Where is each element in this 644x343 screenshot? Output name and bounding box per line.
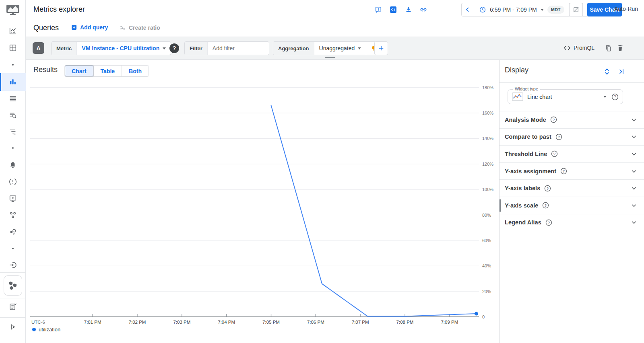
collapse-up-icon[interactable] [642, 24, 644, 32]
caret-down-icon [541, 9, 544, 11]
time-back-button[interactable] [462, 3, 474, 16]
release-notes-icon[interactable] [8, 302, 17, 311]
chart-visibility-off-button[interactable] [569, 3, 583, 16]
delete-icon[interactable] [616, 44, 624, 52]
auto-run-label: Auto-Run [614, 6, 638, 12]
drag-handle[interactable] [325, 57, 335, 58]
services-icon[interactable] [8, 211, 17, 220]
svg-text:?: ? [614, 94, 616, 99]
y-tick-label: 160% [482, 111, 493, 115]
expand-rail-icon[interactable] [8, 322, 17, 331]
time-range-dropdown[interactable]: 6:59 PM - 7:09 PM MDT [474, 3, 569, 16]
svg-text:?: ? [553, 152, 555, 156]
filter-label: Filter [185, 42, 208, 55]
y-tick-label: 40% [482, 263, 491, 268]
sidebar-dot-item[interactable] [12, 64, 14, 66]
display-section-legend-alias[interactable]: Legend Alias? [500, 214, 644, 232]
help-icon: ? [550, 116, 557, 123]
download-icon[interactable] [405, 6, 413, 14]
copy-icon[interactable] [605, 44, 613, 52]
help-icon: ? [560, 168, 567, 175]
metric-selector[interactable]: Metric VM Instance - CPU utilization [51, 41, 171, 55]
log-search-icon[interactable] [8, 111, 17, 120]
display-section-analysis-mode[interactable]: Analysis Mode? [500, 111, 644, 129]
help-icon[interactable]: ? [611, 93, 619, 101]
legend-swatch [32, 328, 36, 331]
svg-text:?: ? [547, 186, 549, 190]
svg-text:?: ? [548, 220, 550, 225]
display-section-y-axis-labels[interactable]: Y-axis labels? [500, 180, 644, 197]
line-chart[interactable]: 180%160%140%120%100%80%60%40%20%07:01 PM… [26, 60, 499, 343]
sidebar-dot-item[interactable] [12, 147, 14, 149]
display-section-threshold-line[interactable]: Threshold Line? [500, 146, 644, 163]
caret-down-icon [603, 96, 607, 98]
app: { "header": { "title": "Metrics explorer… [0, 0, 644, 343]
monitoring-logo[interactable] [0, 0, 26, 19]
query-letter-badge[interactable]: A [33, 42, 44, 54]
x-tick-label: 7:02 PM [129, 320, 146, 325]
help-icon: ? [555, 134, 562, 140]
help-icon: ? [542, 202, 549, 209]
display-panel: Display Widget type Line chart ? Analysi… [499, 60, 644, 343]
promql-button[interactable]: PromQL [564, 45, 594, 51]
display-section-y-axis-scale[interactable]: Y-axis scale? [500, 197, 644, 214]
aggregation-value: Unaggregated [319, 45, 355, 51]
y-tick-label: 80% [482, 213, 491, 218]
help-icon: ? [545, 219, 552, 226]
sidebar [0, 0, 26, 343]
svg-text:?: ? [558, 135, 560, 139]
link-icon[interactable] [419, 6, 427, 14]
help-icon: ? [544, 185, 551, 192]
series-utilization [271, 105, 477, 316]
header: Metrics explorer 6:59 PM - 7:09 PM MDT [26, 0, 644, 19]
sidebar-divider [0, 272, 26, 273]
error-reporting-icon[interactable] [8, 177, 17, 186]
y-tick-label: 0 [482, 314, 485, 319]
metrics-overview-icon[interactable] [8, 27, 17, 35]
chevron-down-icon [630, 150, 638, 158]
filter-input[interactable] [213, 45, 269, 51]
create-ratio-button[interactable]: Create ratio [119, 24, 160, 31]
chevron-left-icon [464, 6, 471, 13]
panel-scrollbar-thumb[interactable] [500, 199, 501, 212]
add-query-button[interactable]: Add query [71, 24, 108, 31]
series-endpoint-dot [475, 312, 478, 316]
metrics-explorer-icon[interactable] [8, 78, 17, 86]
chevron-down-icon [630, 167, 638, 175]
trace-icon[interactable] [8, 127, 17, 136]
display-section-compare-to-past[interactable]: Compare to past? [500, 129, 644, 146]
add-sub-query-button[interactable] [374, 41, 388, 55]
sidebar-pinned-product[interactable] [4, 275, 22, 296]
code-icon[interactable] [389, 6, 397, 14]
sidebar-dot-item[interactable] [12, 248, 14, 249]
integration-login-icon[interactable] [8, 261, 17, 269]
sidebar-divider [0, 298, 26, 298]
metric-help-button[interactable]: ? [169, 43, 179, 53]
add-icon [71, 24, 77, 31]
display-section-y-axis-assignment[interactable]: Y-axis assignment? [500, 163, 644, 180]
aggregation-selector[interactable]: Aggregation Unaggregated [273, 41, 381, 55]
clock-icon [479, 6, 486, 13]
unfold-icon[interactable] [603, 67, 611, 76]
uptime-monitor-icon[interactable] [8, 194, 17, 203]
ratio-icon [119, 24, 126, 31]
groups-icon[interactable] [8, 94, 17, 103]
chart-legend: utilization [32, 327, 60, 333]
y-tick-label: 100% [482, 187, 493, 192]
chevron-down-icon [630, 218, 638, 226]
x-tick-label: 7:05 PM [262, 320, 280, 325]
help-icon: ? [551, 150, 558, 157]
feedback-icon[interactable] [374, 6, 382, 14]
topology-icon[interactable] [8, 228, 17, 236]
monitoring-logo-icon [6, 4, 20, 15]
display-sections: Analysis Mode?Compare to past?Threshold … [500, 111, 644, 231]
y-tick-label: 120% [482, 162, 493, 166]
x-tick-label: 7:09 PM [441, 320, 458, 325]
timezone-chip[interactable]: MDT [547, 6, 564, 14]
widget-type-field[interactable]: Widget type Line chart ? [508, 89, 623, 104]
filter-field[interactable]: Filter [184, 41, 269, 55]
collapse-right-icon[interactable] [617, 68, 625, 76]
promql-icon [564, 45, 571, 51]
dashboards-icon[interactable] [8, 43, 17, 52]
alerting-bell-icon[interactable] [8, 161, 17, 170]
